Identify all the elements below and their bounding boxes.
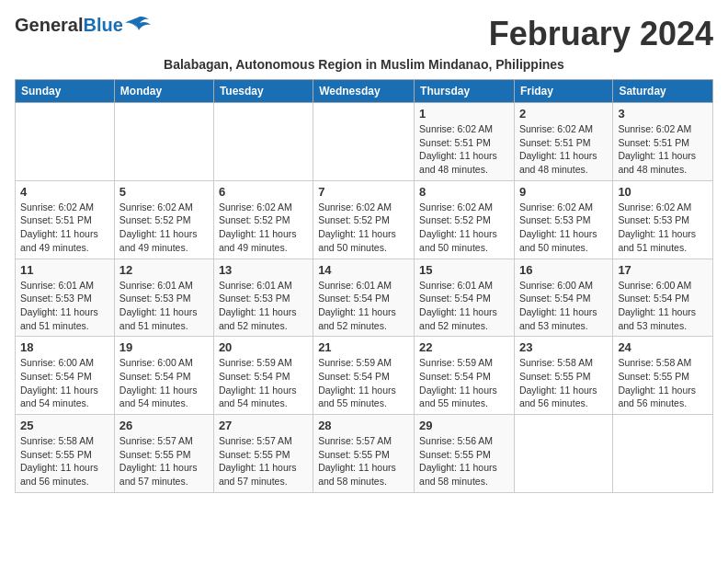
- calendar-day-cell: 3Sunrise: 6:02 AM Sunset: 5:51 PM Daylig…: [613, 103, 713, 181]
- day-info: Sunrise: 6:02 AM Sunset: 5:51 PM Dayligh…: [20, 201, 109, 255]
- calendar-day-cell: 19Sunrise: 6:00 AM Sunset: 5:54 PM Dayli…: [114, 337, 213, 415]
- day-number: 8: [419, 185, 509, 199]
- day-info: Sunrise: 6:01 AM Sunset: 5:54 PM Dayligh…: [318, 279, 409, 333]
- day-info: Sunrise: 6:01 AM Sunset: 5:53 PM Dayligh…: [119, 279, 209, 333]
- day-number: 2: [519, 107, 608, 121]
- day-number: 25: [20, 419, 109, 432]
- calendar-day-cell: 10Sunrise: 6:02 AM Sunset: 5:53 PM Dayli…: [613, 180, 713, 259]
- calendar-day-cell: 12Sunrise: 6:01 AM Sunset: 5:53 PM Dayli…: [114, 259, 213, 337]
- day-number: 13: [219, 263, 308, 277]
- calendar-subtitle: Balabagan, Autonomous Region in Muslim M…: [15, 57, 713, 72]
- calendar-day-cell: 7Sunrise: 6:02 AM Sunset: 5:52 PM Daylig…: [313, 180, 415, 259]
- day-info: Sunrise: 6:02 AM Sunset: 5:52 PM Dayligh…: [219, 201, 308, 255]
- day-number: 22: [419, 340, 509, 354]
- day-info: Sunrise: 6:02 AM Sunset: 5:52 PM Dayligh…: [318, 201, 409, 255]
- day-number: 29: [419, 419, 509, 432]
- day-number: 17: [618, 263, 708, 277]
- calendar-day-cell: 26Sunrise: 5:57 AM Sunset: 5:55 PM Dayli…: [114, 415, 213, 493]
- calendar-day-cell: 20Sunrise: 5:59 AM Sunset: 5:54 PM Dayli…: [213, 337, 313, 415]
- day-number: 15: [419, 263, 509, 277]
- day-number: 5: [119, 185, 209, 199]
- day-info: Sunrise: 6:00 AM Sunset: 5:54 PM Dayligh…: [20, 356, 109, 410]
- calendar-day-cell: [313, 103, 415, 181]
- day-number: 3: [618, 107, 708, 121]
- calendar-header-day: Tuesday: [213, 80, 313, 103]
- calendar-header-day: Wednesday: [313, 80, 415, 103]
- calendar-day-cell: 29Sunrise: 5:56 AM Sunset: 5:55 PM Dayli…: [415, 415, 515, 493]
- day-info: Sunrise: 6:02 AM Sunset: 5:51 PM Dayligh…: [618, 122, 708, 177]
- day-number: 19: [119, 340, 209, 354]
- day-number: 27: [219, 419, 308, 432]
- day-number: 20: [219, 340, 308, 354]
- calendar-day-cell: 24Sunrise: 5:58 AM Sunset: 5:55 PM Dayli…: [613, 337, 713, 415]
- day-info: Sunrise: 5:57 AM Sunset: 5:55 PM Dayligh…: [318, 434, 409, 488]
- day-number: 18: [20, 340, 109, 354]
- day-number: 16: [519, 263, 608, 277]
- day-number: 9: [519, 185, 608, 199]
- calendar-day-cell: 16Sunrise: 6:00 AM Sunset: 5:54 PM Dayli…: [514, 259, 612, 337]
- day-info: Sunrise: 6:02 AM Sunset: 5:53 PM Dayligh…: [618, 201, 708, 255]
- day-info: Sunrise: 6:00 AM Sunset: 5:54 PM Dayligh…: [119, 356, 209, 410]
- logo-text: GeneralBlue: [15, 15, 123, 36]
- logo: GeneralBlue: [15, 15, 151, 36]
- day-info: Sunrise: 6:00 AM Sunset: 5:54 PM Dayligh…: [618, 279, 708, 333]
- day-info: Sunrise: 6:01 AM Sunset: 5:53 PM Dayligh…: [20, 279, 109, 333]
- day-number: 14: [318, 263, 409, 277]
- day-number: 24: [618, 340, 708, 354]
- calendar-day-cell: 4Sunrise: 6:02 AM Sunset: 5:51 PM Daylig…: [16, 180, 115, 259]
- day-number: 23: [519, 340, 608, 354]
- calendar-header-day: Friday: [514, 80, 612, 103]
- day-number: 28: [318, 419, 409, 432]
- calendar-day-cell: 9Sunrise: 6:02 AM Sunset: 5:53 PM Daylig…: [514, 180, 612, 259]
- calendar-day-cell: 21Sunrise: 5:59 AM Sunset: 5:54 PM Dayli…: [313, 337, 415, 415]
- calendar-day-cell: 2Sunrise: 6:02 AM Sunset: 5:51 PM Daylig…: [514, 103, 612, 181]
- calendar-week-row: 4Sunrise: 6:02 AM Sunset: 5:51 PM Daylig…: [16, 180, 713, 259]
- day-info: Sunrise: 6:02 AM Sunset: 5:51 PM Dayligh…: [419, 122, 509, 177]
- calendar-header-row: SundayMondayTuesdayWednesdayThursdayFrid…: [16, 80, 713, 103]
- day-info: Sunrise: 5:59 AM Sunset: 5:54 PM Dayligh…: [318, 356, 409, 410]
- day-info: Sunrise: 5:57 AM Sunset: 5:55 PM Dayligh…: [219, 434, 308, 488]
- calendar-day-cell: 23Sunrise: 5:58 AM Sunset: 5:55 PM Dayli…: [514, 337, 612, 415]
- day-info: Sunrise: 6:01 AM Sunset: 5:54 PM Dayligh…: [419, 279, 509, 333]
- day-info: Sunrise: 5:58 AM Sunset: 5:55 PM Dayligh…: [519, 356, 608, 410]
- day-info: Sunrise: 5:56 AM Sunset: 5:55 PM Dayligh…: [419, 434, 509, 488]
- calendar-day-cell: [114, 103, 213, 181]
- day-info: Sunrise: 5:57 AM Sunset: 5:55 PM Dayligh…: [119, 434, 209, 488]
- day-info: Sunrise: 5:59 AM Sunset: 5:54 PM Dayligh…: [219, 356, 308, 410]
- calendar-day-cell: 25Sunrise: 5:58 AM Sunset: 5:55 PM Dayli…: [16, 415, 115, 493]
- day-number: 6: [219, 185, 308, 199]
- calendar-day-cell: 18Sunrise: 6:00 AM Sunset: 5:54 PM Dayli…: [16, 337, 115, 415]
- calendar-day-cell: [16, 103, 115, 181]
- day-number: 26: [119, 419, 209, 432]
- day-info: Sunrise: 6:02 AM Sunset: 5:51 PM Dayligh…: [519, 122, 608, 177]
- day-number: 21: [318, 340, 409, 354]
- day-number: 11: [20, 263, 109, 277]
- calendar-header-day: Thursday: [415, 80, 515, 103]
- day-info: Sunrise: 6:02 AM Sunset: 5:53 PM Dayligh…: [519, 201, 608, 255]
- day-info: Sunrise: 6:00 AM Sunset: 5:54 PM Dayligh…: [519, 279, 608, 333]
- month-title: February 2024: [489, 15, 713, 53]
- day-info: Sunrise: 6:01 AM Sunset: 5:53 PM Dayligh…: [219, 279, 308, 333]
- calendar-day-cell: [514, 415, 612, 493]
- calendar-day-cell: [613, 415, 713, 493]
- logo-bird-icon: [125, 16, 151, 36]
- calendar-day-cell: 13Sunrise: 6:01 AM Sunset: 5:53 PM Dayli…: [213, 259, 313, 337]
- page-header: GeneralBlue February 2024: [15, 15, 713, 53]
- calendar-day-cell: 15Sunrise: 6:01 AM Sunset: 5:54 PM Dayli…: [415, 259, 515, 337]
- day-number: 7: [318, 185, 409, 199]
- calendar-week-row: 25Sunrise: 5:58 AM Sunset: 5:55 PM Dayli…: [16, 415, 713, 493]
- calendar-day-cell: [213, 103, 313, 181]
- calendar-table: SundayMondayTuesdayWednesdayThursdayFrid…: [15, 79, 713, 493]
- day-info: Sunrise: 5:58 AM Sunset: 5:55 PM Dayligh…: [20, 434, 109, 488]
- day-number: 12: [119, 263, 209, 277]
- day-info: Sunrise: 5:58 AM Sunset: 5:55 PM Dayligh…: [618, 356, 708, 410]
- day-number: 1: [419, 107, 509, 121]
- calendar-day-cell: 11Sunrise: 6:01 AM Sunset: 5:53 PM Dayli…: [16, 259, 115, 337]
- calendar-day-cell: 28Sunrise: 5:57 AM Sunset: 5:55 PM Dayli…: [313, 415, 415, 493]
- calendar-day-cell: 22Sunrise: 5:59 AM Sunset: 5:54 PM Dayli…: [415, 337, 515, 415]
- day-info: Sunrise: 6:02 AM Sunset: 5:52 PM Dayligh…: [419, 201, 509, 255]
- calendar-day-cell: 5Sunrise: 6:02 AM Sunset: 5:52 PM Daylig…: [114, 180, 213, 259]
- day-number: 10: [618, 185, 708, 199]
- day-number: 4: [20, 185, 109, 199]
- day-info: Sunrise: 6:02 AM Sunset: 5:52 PM Dayligh…: [119, 201, 209, 255]
